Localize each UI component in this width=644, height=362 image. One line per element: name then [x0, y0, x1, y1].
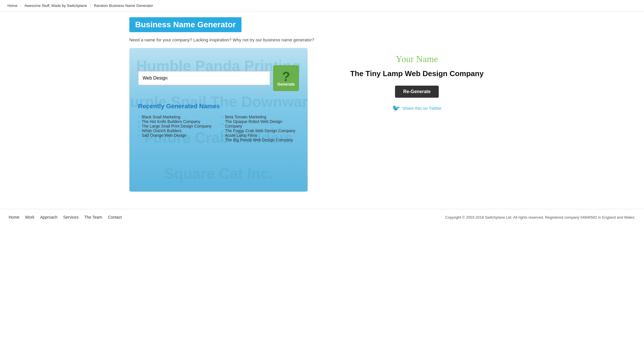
arrow-icon: » — [138, 120, 140, 124]
nav-sep-2: › — [90, 4, 91, 8]
nav-home[interactable]: Home — [6, 3, 19, 8]
arrow-icon: » — [138, 133, 140, 137]
arrow-icon: » — [221, 133, 223, 137]
generator-box: Humble Panda Printing Purple Snail The D… — [129, 48, 308, 192]
footer-copyright: Copyright © 2003-2018 Switchplane Ltd. A… — [445, 215, 635, 219]
twitter-icon: 🐦 — [392, 105, 400, 112]
footer-nav-contact[interactable]: Contact — [108, 215, 122, 219]
twitter-share-link[interactable]: 🐦 Share this on Twitter — [319, 105, 515, 112]
arrow-icon: » — [221, 129, 223, 133]
name-text: The Large Snail Print Design Company — [142, 124, 212, 128]
regenerate-button[interactable]: Re-Generate — [395, 86, 438, 98]
content-layout: Humble Panda Printing Purple Snail The D… — [129, 48, 515, 192]
name-text: The Hot Knife Builders Company — [142, 119, 200, 124]
list-item: » The Big Panda Web Design Company — [221, 138, 299, 142]
recently-title: Recently Generated Names — [138, 103, 299, 110]
arrow-icon: » — [221, 122, 223, 126]
footer-nav-work[interactable]: Work — [25, 215, 34, 219]
arrow-icon: » — [221, 115, 223, 119]
names-col1: » Black Snail Marketing » The Hot Knife … — [138, 115, 216, 142]
main-container: Business Name Generator Need a name for … — [121, 11, 523, 197]
name-text: White Ostrich Builders — [142, 128, 181, 133]
recently-section: Recently Generated Names » Black Snail M… — [138, 103, 299, 142]
top-navigation: Home › Awesome Stuff, Made by Switchplan… — [0, 0, 644, 11]
list-item: » Acute Lamp Films — [221, 133, 299, 138]
footer-nav-the-team[interactable]: The Team — [84, 215, 102, 219]
arrow-icon: » — [221, 138, 223, 142]
name-text: The Foggy Crab Web Design Company — [225, 128, 296, 133]
nav-awesome-stuff[interactable]: Awesome Stuff, Made by Switchplane — [23, 3, 89, 8]
list-item: » The Large Snail Print Design Company — [138, 124, 216, 128]
arrow-icon: » — [138, 115, 140, 119]
name-text: Sad Orange Web Design — [142, 133, 186, 138]
names-grid: » Black Snail Marketing » The Hot Knife … — [138, 115, 299, 142]
footer-nav-services[interactable]: Services — [63, 215, 79, 219]
footer: Home Work Approach Services The Team Con… — [0, 209, 644, 225]
name-text: The Opaque Robot Web Design Company — [225, 119, 299, 128]
list-item: » The Foggy Crab Web Design Company — [221, 128, 299, 133]
page-subtitle: Need a name for your company? Lacking in… — [129, 37, 515, 42]
keyword-input[interactable] — [138, 71, 270, 85]
arrow-icon: » — [138, 129, 140, 133]
question-mark-icon: ? — [282, 70, 290, 83]
name-text: Black Snail Marketing — [142, 115, 181, 119]
name-text: Beta Tomato Marketing — [225, 115, 267, 119]
list-item: » White Ostrich Builders — [138, 128, 216, 133]
name-text: The Big Panda Web Design Company — [225, 138, 293, 142]
list-item: » The Opaque Robot Web Design Company — [221, 119, 299, 128]
nav-generator[interactable]: Random Business Name Generator — [92, 3, 155, 8]
nav-sep-1: › — [20, 4, 22, 8]
generated-name: The Tiny Lamp Web Design Company — [319, 69, 515, 79]
footer-nav-approach[interactable]: Approach — [40, 215, 57, 219]
list-item: » Sad Orange Web Design — [138, 133, 216, 138]
generate-button[interactable]: ? Generate — [273, 65, 299, 91]
page-title: Business Name Generator — [129, 17, 241, 32]
names-col2: » Beta Tomato Marketing » The Opaque Rob… — [221, 115, 299, 142]
input-row: ? Generate — [138, 65, 299, 91]
arrow-icon: » — [138, 124, 140, 128]
footer-nav-home[interactable]: Home — [9, 215, 19, 219]
list-item: » The Hot Knife Builders Company — [138, 119, 216, 124]
twitter-label: Share this on Twitter — [402, 106, 441, 111]
name-text: Acute Lamp Films — [225, 133, 257, 138]
your-name-label: Your Name — [319, 54, 515, 64]
list-item: » Black Snail Marketing — [138, 115, 216, 119]
generate-label: Generate — [277, 82, 295, 86]
list-item: » Beta Tomato Marketing — [221, 115, 299, 119]
footer-navigation: Home Work Approach Services The Team Con… — [9, 215, 122, 219]
sidebar: Your Name The Tiny Lamp Web Design Compa… — [319, 48, 515, 112]
